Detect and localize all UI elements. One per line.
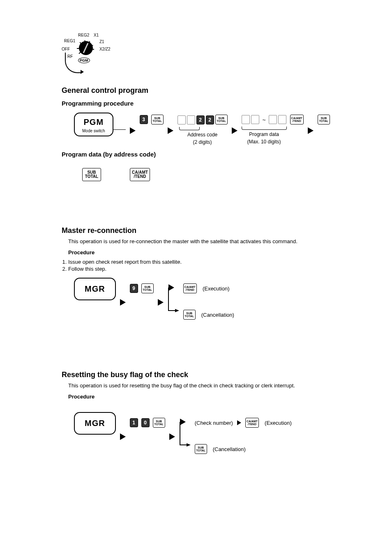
mode-box-text: MGR bbox=[85, 284, 105, 293]
section2-desc: This operation is used for re-connection… bbox=[68, 238, 330, 244]
arrow-icon bbox=[308, 127, 314, 134]
branch-execution: (Check number) CA/AMT/TEND (Execution) bbox=[195, 418, 292, 428]
key-9: 9 bbox=[130, 284, 138, 293]
key-caamt-tend: CA/AMT/TEND bbox=[245, 418, 259, 428]
dial-pos-reg1: REG1 bbox=[64, 39, 75, 43]
check-number-label: (Check number) bbox=[195, 420, 233, 426]
mgr-flow-reconnect: MGR 9 SUBTOTAL CA/AMT/TEND (Execution) S… bbox=[74, 278, 330, 320]
section3-desc: This operation is used for resetting the… bbox=[68, 382, 330, 389]
key-2: 2 bbox=[196, 115, 205, 124]
input-blank bbox=[278, 115, 286, 124]
tilde: ~ bbox=[262, 117, 265, 123]
prog-label: Program data bbox=[249, 131, 279, 137]
mode-box-pgm: PGM Mode switch bbox=[74, 113, 113, 136]
input-blank bbox=[251, 115, 259, 124]
mode-dial: REG2 X1 REG1 Z1 OFF X2/Z2 RF PGM bbox=[62, 33, 119, 78]
program-data-group: ~ Program data (Max. 10 digits) bbox=[242, 113, 287, 145]
step-2: Follow this step. bbox=[68, 266, 330, 272]
svg-marker-0 bbox=[175, 309, 179, 312]
arrow-icon bbox=[120, 299, 126, 306]
svg-marker-2 bbox=[187, 443, 191, 447]
section2-steps: Issue open check reset report from this … bbox=[68, 259, 330, 272]
prog-sub: (Max. 10 digits) bbox=[247, 139, 281, 145]
section1-subtitle: Programming procedure bbox=[62, 100, 330, 107]
branch-cancellation: SUBTOTAL (Cancellation) bbox=[183, 310, 234, 320]
key-subtotal: SUBTOTAL bbox=[215, 115, 228, 124]
mode-box-text: MGR bbox=[85, 419, 105, 428]
mode-box-text: PGM bbox=[84, 117, 104, 127]
pgm-flow: PGM Mode switch 3 SUBTOTAL 2 2 SUBTOTAL … bbox=[74, 113, 330, 145]
mode-box-mgr: MGR bbox=[74, 278, 116, 300]
key-caamt-tend-large: CA/AMT/TEND bbox=[130, 168, 150, 181]
step-1: Issue open check reset report from this … bbox=[68, 259, 330, 265]
key-subtotal: SUBTOTAL bbox=[153, 418, 165, 428]
input-blank bbox=[242, 115, 250, 124]
key-3: 3 bbox=[140, 115, 148, 124]
dial-arrow-icon bbox=[65, 53, 81, 73]
section2-title: Master re-connection bbox=[62, 226, 330, 235]
address-code-group: 2 2 SUBTOTAL Address code (2 digits) bbox=[178, 113, 228, 145]
addr-sub: (2 digits) bbox=[193, 139, 212, 145]
arrow-icon bbox=[169, 433, 175, 440]
key-subtotal: SUBTOTAL bbox=[141, 283, 154, 293]
key-subtotal: SUBTOTAL bbox=[195, 444, 207, 454]
svg-marker-3 bbox=[180, 419, 186, 425]
exec-label: (Execution) bbox=[265, 420, 292, 426]
mode-box-mgr: MGR bbox=[74, 412, 116, 435]
key-subtotal: SUBTOTAL bbox=[183, 310, 196, 320]
arrow-icon bbox=[232, 127, 238, 134]
cancel-label: (Cancellation) bbox=[201, 312, 234, 318]
key-2: 2 bbox=[206, 115, 214, 124]
dial-pos-z1: Z1 bbox=[99, 39, 104, 44]
section2-proc-heading: Procedure bbox=[68, 249, 330, 256]
branch-cancellation: SUBTOTAL (Cancellation) bbox=[195, 444, 292, 454]
input-blank bbox=[269, 115, 277, 124]
key-subtotal: SUBTOTAL bbox=[318, 115, 330, 124]
key-subtotal: SUBTOTAL bbox=[151, 115, 164, 124]
svg-marker-1 bbox=[168, 284, 174, 291]
dial-pos-x1: X1 bbox=[94, 33, 99, 37]
arrow-icon bbox=[158, 299, 164, 306]
dial-pos-off: OFF bbox=[62, 47, 70, 51]
key-caamt-tend: CA/AMT/TEND bbox=[183, 283, 197, 293]
arrow-icon bbox=[130, 127, 136, 134]
arrow-icon bbox=[120, 433, 126, 440]
dial-pos-reg2: REG2 bbox=[78, 33, 89, 37]
key-subtotal-large: SUBTOTAL bbox=[82, 168, 101, 181]
input-blank bbox=[187, 115, 195, 124]
cancel-label: (Cancellation) bbox=[213, 446, 246, 452]
key-1: 1 bbox=[130, 418, 138, 427]
arrow-icon bbox=[168, 127, 173, 134]
standalone-keys: SUBTOTAL CA/AMT/TEND bbox=[82, 166, 330, 181]
branch-execution: CA/AMT/TEND (Execution) bbox=[183, 283, 234, 293]
section3-proc-heading: Procedure bbox=[68, 394, 330, 400]
addr-label: Address code bbox=[187, 132, 217, 138]
mode-box-sub: Mode switch bbox=[82, 129, 105, 133]
arrow-icon bbox=[237, 420, 241, 425]
section1-title: General control program bbox=[62, 86, 330, 95]
key-caamt-tend: CA/AMT/TEND bbox=[290, 115, 304, 124]
section1-subtitle2: Program data (by address code) bbox=[62, 151, 330, 158]
key-0: 0 bbox=[141, 418, 150, 427]
section3-title: Resetting the busy flag of the check bbox=[62, 371, 330, 379]
exec-label: (Execution) bbox=[203, 286, 230, 292]
mgr-flow-busy-reset: MGR 1 0 SUBTOTAL (Check number) CA/AMT/T… bbox=[74, 412, 330, 454]
dial-pos-x2z2: X2/Z2 bbox=[99, 47, 111, 51]
input-blank bbox=[178, 115, 186, 124]
branch-split-icon bbox=[168, 278, 180, 315]
branch-split-icon bbox=[179, 412, 191, 449]
